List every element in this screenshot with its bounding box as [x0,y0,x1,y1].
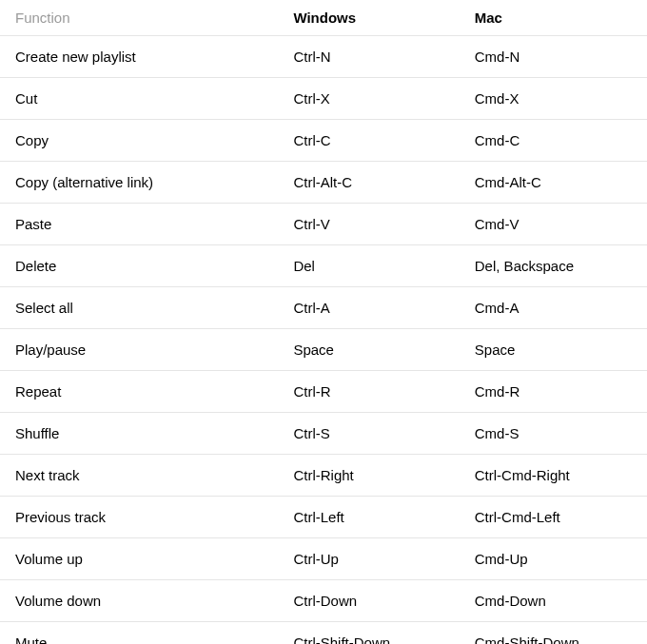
cell-windows: Ctrl-Down [278,580,459,622]
table-row: Copy (alternative link)Ctrl-Alt-CCmd-Alt… [0,162,647,204]
cell-function: Next track [0,455,278,497]
table-row: Select allCtrl-ACmd-A [0,287,647,329]
cell-windows: Ctrl-Shift-Down [278,622,459,645]
header-windows: Windows [278,0,459,36]
table-row: MuteCtrl-Shift-DownCmd-Shift-Down [0,622,647,645]
header-mac: Mac [460,0,647,36]
cell-mac: Cmd-Up [460,538,647,580]
cell-mac: Space [460,329,647,371]
cell-mac: Cmd-R [460,371,647,413]
table-row: Next trackCtrl-RightCtrl-Cmd-Right [0,455,647,497]
cell-function: Cut [0,78,278,120]
cell-windows: Space [278,329,459,371]
table-row: CutCtrl-XCmd-X [0,78,647,120]
cell-function: Paste [0,204,278,245]
cell-windows: Ctrl-Left [278,497,459,538]
cell-windows: Ctrl-A [278,287,459,329]
cell-mac: Cmd-Alt-C [460,162,647,204]
cell-mac: Del, Backspace [460,245,647,287]
table-row: CopyCtrl-CCmd-C [0,120,647,162]
cell-windows: Ctrl-S [278,413,459,455]
cell-windows: Ctrl-Right [278,455,459,497]
table-row: Volume upCtrl-UpCmd-Up [0,538,647,580]
table-row: Create new playlistCtrl-NCmd-N [0,36,647,78]
table-row: RepeatCtrl-RCmd-R [0,371,647,413]
table-row: Previous trackCtrl-LeftCtrl-Cmd-Left [0,497,647,538]
cell-mac: Cmd-Down [460,580,647,622]
cell-function: Repeat [0,371,278,413]
cell-mac: Cmd-X [460,78,647,120]
table-row: Play/pauseSpaceSpace [0,329,647,371]
cell-function: Previous track [0,497,278,538]
table-row: ShuffleCtrl-SCmd-S [0,413,647,455]
cell-function: Copy [0,120,278,162]
cell-mac: Cmd-N [460,36,647,78]
cell-function: Shuffle [0,413,278,455]
cell-mac: Cmd-Shift-Down [460,622,647,645]
cell-function: Create new playlist [0,36,278,78]
table-row: DeleteDelDel, Backspace [0,245,647,287]
cell-windows: Ctrl-Alt-C [278,162,459,204]
shortcuts-table: Function Windows Mac Create new playlist… [0,0,647,644]
cell-windows: Ctrl-C [278,120,459,162]
cell-mac: Ctrl-Cmd-Left [460,497,647,538]
cell-windows: Ctrl-V [278,204,459,245]
cell-windows: Ctrl-N [278,36,459,78]
table-header-row: Function Windows Mac [0,0,647,36]
cell-mac: Ctrl-Cmd-Right [460,455,647,497]
header-function: Function [0,0,278,36]
table-row: PasteCtrl-VCmd-V [0,204,647,245]
cell-function: Mute [0,622,278,645]
cell-windows: Del [278,245,459,287]
table-row: Volume downCtrl-DownCmd-Down [0,580,647,622]
cell-windows: Ctrl-Up [278,538,459,580]
cell-mac: Cmd-C [460,120,647,162]
cell-function: Play/pause [0,329,278,371]
cell-mac: Cmd-V [460,204,647,245]
cell-function: Select all [0,287,278,329]
cell-windows: Ctrl-X [278,78,459,120]
cell-function: Copy (alternative link) [0,162,278,204]
cell-windows: Ctrl-R [278,371,459,413]
cell-mac: Cmd-S [460,413,647,455]
cell-mac: Cmd-A [460,287,647,329]
cell-function: Volume up [0,538,278,580]
cell-function: Delete [0,245,278,287]
cell-function: Volume down [0,580,278,622]
